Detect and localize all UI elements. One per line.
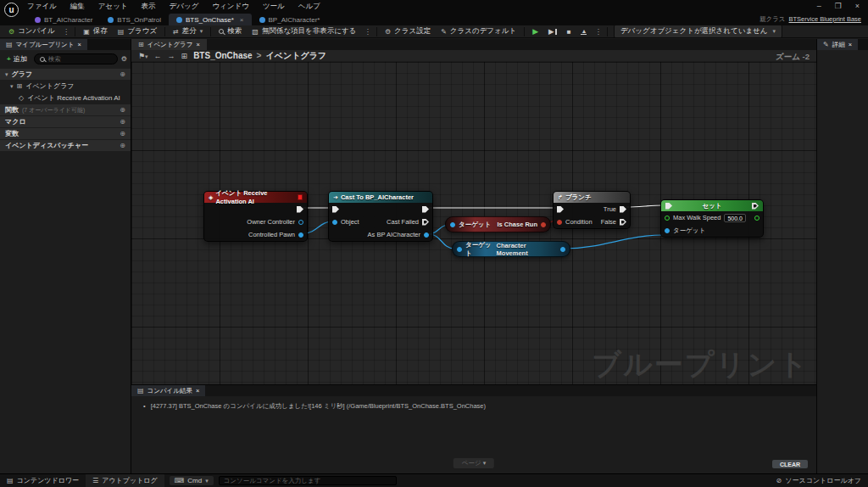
class-defaults-button[interactable]: ✎ クラスのデフォルト	[436, 25, 521, 38]
section-variables[interactable]: 変数 ⊕	[0, 128, 131, 139]
blueprint-canvas[interactable]: ◈ イベント Receive Activation AI Owner Contr…	[131, 62, 816, 384]
close-button[interactable]: ×	[855, 2, 860, 10]
panel-settings-icon[interactable]: ⚙	[121, 55, 127, 63]
item-event-receive-activation[interactable]: ◇ イベント Receive Activation AI	[0, 92, 131, 104]
exec-out-pin[interactable]	[297, 206, 303, 213]
value-out-pin[interactable]	[754, 216, 760, 221]
search-input[interactable]	[48, 55, 108, 63]
browse-button[interactable]: ▤ ブラウズ	[113, 25, 162, 38]
object-pin[interactable]	[332, 220, 337, 225]
node-set-max-walk-speed[interactable]: セット Max Walk Speed 500.0 ターゲット	[660, 199, 764, 238]
node-get-character-movement[interactable]: ターゲット Character Movement	[452, 241, 570, 257]
node-branch[interactable]: ↱ ブランチ True Condition False	[553, 191, 631, 229]
tab-compile-results[interactable]: ▤ コンパイル結果 ×	[131, 385, 205, 396]
section-event-dispatchers[interactable]: イベントディスパッチャー ⊕	[0, 140, 131, 151]
bookmark-icon[interactable]: ⚑▾	[138, 52, 148, 60]
save-button[interactable]: ▣ 保存	[78, 25, 113, 38]
add-macro-icon[interactable]: ⊕	[120, 118, 125, 126]
maximize-button[interactable]: ❐	[835, 2, 842, 10]
is-chase-run-pin[interactable]	[541, 222, 546, 227]
breadcrumb-current[interactable]: イベントグラフ	[265, 50, 326, 62]
tab-details[interactable]: ✎ 詳細 ×	[817, 39, 858, 50]
controlled-pawn-pin[interactable]	[298, 232, 303, 238]
console-command-input[interactable]	[219, 476, 397, 485]
node-event-receive-activation-ai[interactable]: ◈ イベント Receive Activation AI Owner Contr…	[203, 191, 308, 242]
eject-button[interactable]: ▲	[576, 25, 592, 38]
close-panel-icon[interactable]: ×	[849, 41, 852, 48]
forward-icon[interactable]: →	[168, 52, 175, 60]
back-icon[interactable]: ←	[154, 52, 162, 60]
event-flag-icon	[298, 194, 303, 200]
compile-options-icon[interactable]: ⋮	[60, 27, 73, 36]
menu-view[interactable]: 表示	[142, 2, 156, 12]
class-settings-button[interactable]: ⚙ クラス設定	[380, 25, 436, 38]
exec-out-pin[interactable]	[752, 203, 759, 210]
page-selector[interactable]: ページ ▾	[453, 458, 494, 468]
node-cast-to-bp-aicharacter[interactable]: ➜ Cast To BP_AICharacter Object Cast Fai…	[328, 191, 433, 242]
my-blueprint-search[interactable]	[34, 53, 118, 64]
frame-skip-button[interactable]: ▶	[543, 25, 562, 38]
add-graph-icon[interactable]: ⊕	[120, 70, 125, 78]
exec-in-pin[interactable]	[557, 206, 564, 213]
section-functions[interactable]: 関数 (7 オーバーライド可能) ⊕	[0, 104, 131, 115]
menu-tools[interactable]: ツール	[263, 2, 285, 12]
item-event-graph[interactable]: ▾ ⊞ イベントグラフ	[0, 81, 131, 92]
diff-button[interactable]: ⇄ 差分 ▾	[168, 25, 208, 38]
false-pin[interactable]	[620, 219, 626, 226]
max-walk-speed-pin[interactable]	[665, 216, 670, 221]
add-variable-icon[interactable]: ⊕	[120, 130, 125, 137]
clear-button[interactable]: CLEAR	[772, 460, 808, 468]
asset-tab-bp-aicharacter[interactable]: BP_AICharacter*	[252, 14, 328, 25]
as-bp-aicharacter-pin[interactable]	[424, 232, 429, 238]
play-options-icon[interactable]: ⋮	[592, 27, 604, 36]
menu-file[interactable]: ファイル	[27, 2, 57, 12]
play-button[interactable]: ▶	[527, 25, 543, 38]
tab-event-graph[interactable]: ⊞ イベントグラフ ×	[131, 39, 207, 50]
output-log-button[interactable]: ☰ アウトプットログ	[86, 474, 164, 487]
menu-debug[interactable]: デバッグ	[170, 2, 199, 12]
condition-pin[interactable]	[557, 220, 562, 225]
section-macros[interactable]: マクロ ⊕	[0, 116, 131, 127]
cast-failed-pin[interactable]	[422, 219, 429, 226]
node-get-is-chase-run[interactable]: ターゲット Is Chase Run	[445, 216, 551, 232]
true-pin[interactable]	[620, 206, 626, 213]
menu-asset[interactable]: アセット	[98, 2, 128, 12]
close-tab-icon[interactable]: ×	[240, 16, 244, 24]
section-graphs[interactable]: ▾ グラフ ⊕	[0, 69, 131, 80]
tab-my-blueprint[interactable]: ▤ マイブループリント ×	[0, 39, 87, 50]
asset-tab-bts-onpatrol[interactable]: BTS_OnPatrol	[100, 14, 169, 25]
close-panel-icon[interactable]: ×	[77, 41, 81, 48]
cmd-dropdown[interactable]: ⌨ Cmd ▾	[170, 476, 214, 485]
hide-unrelated-button[interactable]: ▧ 無関係な項目を非表示にする	[247, 25, 361, 38]
asset-tab-bts-onchase[interactable]: BTS_OnChase* ×	[169, 14, 252, 25]
breadcrumb-root[interactable]: BTS_OnChase	[193, 51, 252, 60]
frame-skip-icon: ▶	[548, 27, 557, 36]
asset-tab-bt-aicharacter[interactable]: BT_AICharacter	[27, 14, 100, 25]
find-button[interactable]: 検索	[214, 25, 247, 38]
hide-unrelated-options-icon[interactable]: ⋮	[361, 27, 374, 36]
exec-in-pin[interactable]	[332, 206, 339, 213]
menu-help[interactable]: ヘルプ	[298, 2, 320, 12]
exec-out-pin[interactable]	[422, 206, 429, 213]
add-dispatcher-icon[interactable]: ⊕	[120, 142, 125, 149]
add-button[interactable]: + 追加	[3, 53, 31, 65]
target-pin[interactable]	[665, 228, 670, 233]
minimize-button[interactable]: –	[817, 2, 821, 10]
owner-controller-pin[interactable]	[298, 220, 303, 225]
parent-class-link[interactable]: BTService Blueprint Base	[789, 15, 861, 24]
stop-button[interactable]: ■	[562, 25, 576, 38]
content-drawer-button[interactable]: ▤ コンテンツドロワー	[0, 474, 86, 487]
target-pin[interactable]	[457, 247, 462, 252]
speed-value-field[interactable]: 500.0	[724, 214, 746, 222]
close-tab-icon[interactable]: ×	[196, 41, 199, 48]
menu-window[interactable]: ウィンドウ	[212, 2, 249, 12]
debug-object-dropdown[interactable]: デバッグオブジェクトが選択されていません ▾	[614, 25, 782, 38]
add-function-icon[interactable]: ⊕	[120, 106, 125, 114]
compile-button[interactable]: ⚙ コンパイル	[3, 25, 60, 38]
menu-edit[interactable]: 編集	[70, 2, 85, 12]
source-control-status[interactable]: ⊘ ソースコントロールオフ	[776, 476, 868, 485]
exec-in-pin[interactable]	[665, 203, 672, 210]
character-movement-pin[interactable]	[560, 247, 565, 252]
target-pin[interactable]	[450, 222, 455, 227]
close-tab-icon[interactable]: ×	[196, 387, 199, 395]
